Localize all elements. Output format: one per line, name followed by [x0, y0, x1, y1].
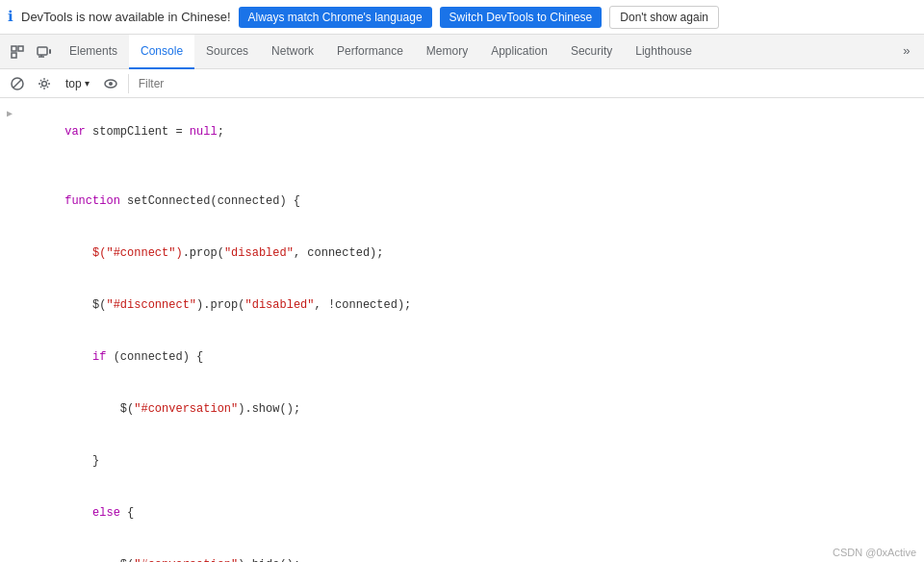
chevron-down-icon: ▾	[85, 78, 90, 89]
code-line: $("#connect").prop("disabled", connected…	[0, 227, 924, 279]
code-line: function setConnected(connected) {	[0, 175, 924, 227]
tab-console[interactable]: Console	[129, 35, 194, 69]
switch-to-chinese-button[interactable]: Switch DevTools to Chinese	[440, 7, 603, 28]
code-line: $("#conversation").show();	[0, 383, 924, 435]
info-icon: ℹ	[8, 8, 13, 26]
tab-security[interactable]: Security	[559, 35, 624, 69]
more-tabs-button[interactable]: »	[893, 38, 920, 65]
info-bar: ℹ DevTools is now available in Chinese! …	[0, 0, 924, 35]
info-text: DevTools is now available in Chinese!	[21, 10, 231, 24]
tab-elements[interactable]: Elements	[58, 35, 129, 69]
svg-rect-4	[49, 49, 51, 54]
console-toolbar: top ▾	[0, 69, 924, 98]
code-line: else {	[0, 487, 924, 539]
tab-sources[interactable]: Sources	[194, 35, 260, 69]
code-line: $("#disconnect").prop("disabled", !conne…	[0, 279, 924, 331]
svg-rect-3	[38, 47, 47, 55]
tab-performance[interactable]: Performance	[325, 35, 415, 69]
svg-point-11	[109, 82, 113, 86]
context-dropdown[interactable]: top ▾	[60, 75, 95, 92]
device-icon[interactable]	[31, 38, 58, 65]
tab-bar: Elements Console Sources Network Perform…	[0, 35, 924, 69]
code-line	[0, 158, 924, 175]
code-line: ▶ var stompClient = null;	[0, 106, 924, 158]
inspect-icon[interactable]	[4, 38, 31, 65]
dont-show-again-button[interactable]: Don't show again	[609, 6, 719, 29]
clear-console-icon[interactable]	[6, 72, 29, 95]
settings-icon[interactable]	[33, 72, 56, 95]
code-line: if (connected) {	[0, 331, 924, 383]
svg-line-8	[13, 80, 21, 88]
tab-memory[interactable]: Memory	[415, 35, 479, 69]
tab-application[interactable]: Application	[479, 35, 559, 69]
svg-rect-0	[12, 46, 16, 51]
eye-icon[interactable]	[99, 72, 122, 95]
always-match-language-button[interactable]: Always match Chrome's language	[239, 7, 432, 28]
watermark: CSDN @0xActive	[833, 547, 916, 558]
filter-input[interactable]	[135, 77, 918, 90]
code-line: $("#conversation").hide();	[0, 539, 924, 562]
tab-network[interactable]: Network	[260, 35, 325, 69]
tab-lighthouse[interactable]: Lighthouse	[624, 35, 704, 69]
code-line: }	[0, 435, 924, 487]
svg-rect-2	[12, 53, 16, 58]
line-arrow[interactable]: ▶	[0, 106, 19, 123]
toolbar-divider	[128, 74, 129, 93]
svg-point-9	[42, 81, 47, 86]
code-area: ▶ var stompClient = null; function setCo…	[0, 98, 924, 562]
svg-rect-1	[18, 46, 23, 51]
